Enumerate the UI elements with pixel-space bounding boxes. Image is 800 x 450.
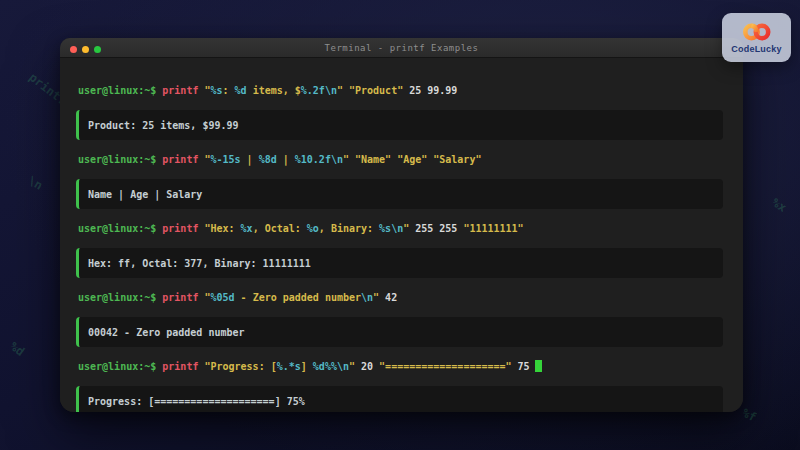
command-segment: user@linux:~$: [78, 361, 162, 372]
command-segment: %s: [210, 85, 222, 96]
command-segment: \n: [361, 292, 373, 303]
command-output: Product: 25 items, $99.99: [76, 110, 723, 140]
command-segment: %.*s: [277, 361, 301, 372]
command-output: Name | Age | Salary: [76, 179, 723, 209]
command-segment: 75: [512, 361, 530, 372]
command-segment: "Hex:: [204, 223, 240, 234]
command-segment: ": [373, 292, 385, 303]
command-line: user@linux:~$ printf "%05d - Zero padded…: [78, 291, 723, 304]
command-output: Hex: ff, Octal: 377, Binary: 11111111: [76, 248, 723, 278]
window-title: Terminal - printf Examples: [60, 43, 743, 53]
command-segment: %s: [379, 223, 391, 234]
command-segment: 42: [385, 292, 397, 303]
output-text: Hex: ff, Octal: 377, Binary: 11111111: [88, 258, 311, 269]
command-segment: %x: [241, 223, 253, 234]
command-line: user@linux:~$ printf "Hex: %x, Octal: %o…: [78, 222, 723, 235]
command-output: 00042 - Zero padded number: [76, 317, 723, 347]
command-segment: \n: [331, 154, 343, 165]
command-segment: " "Name" "Age" "Salary": [343, 154, 481, 165]
command-segment: user@linux:~$: [78, 223, 162, 234]
command-segment: 20: [361, 361, 379, 372]
command-segment: , Octal:: [253, 223, 307, 234]
command-segment: ": [349, 361, 361, 372]
command-segment: user@linux:~$: [78, 85, 162, 96]
command-segment: |: [277, 154, 295, 165]
command-segment: ": [403, 223, 415, 234]
command-segment: printf: [162, 154, 204, 165]
terminal-window: Terminal - printf Examples user@linux:~$…: [60, 38, 743, 412]
command-segment: |: [241, 154, 259, 165]
command-segment: %05d: [210, 292, 234, 303]
codelucky-logo: [739, 22, 775, 42]
command-segment: - Zero padded number: [235, 292, 361, 303]
codelucky-label: CodeLucky: [731, 44, 781, 54]
command-segment: \n: [337, 361, 349, 372]
command-segment: \n: [391, 223, 403, 234]
output-text: Progress: [====================] 75%: [88, 396, 305, 407]
command-line: user@linux:~$ printf "Progress: [%.*s] %…: [78, 360, 723, 373]
watermark-text: %d: [7, 339, 27, 359]
command-output: Progress: [====================] 75%: [76, 386, 723, 412]
terminal-cursor: [535, 360, 542, 372]
command-segment: ]: [301, 361, 313, 372]
command-segment: 255 255: [415, 223, 463, 234]
command-segment: "====================": [379, 361, 511, 372]
command-segment: %d%%: [313, 361, 337, 372]
command-segment: user@linux:~$: [78, 292, 162, 303]
command-segment: items, $: [247, 85, 301, 96]
watermark-text: %x: [769, 195, 789, 215]
command-line: user@linux:~$ printf "%-15s | %8d | %10.…: [78, 153, 723, 166]
command-segment: %o: [307, 223, 319, 234]
command-segment: printf: [162, 85, 204, 96]
watermark-text: \n: [25, 173, 45, 192]
command-segment: %10.2f: [295, 154, 331, 165]
output-text: 00042 - Zero padded number: [88, 327, 245, 338]
command-segment: printf: [162, 223, 204, 234]
command-segment: "Progress: [: [204, 361, 276, 372]
command-segment: \n: [325, 85, 337, 96]
command-segment: " "Product": [337, 85, 409, 96]
terminal-body[interactable]: user@linux:~$ printf "%s: %d items, $%.2…: [60, 58, 743, 412]
output-text: Name | Age | Salary: [88, 189, 202, 200]
output-text: Product: 25 items, $99.99: [88, 120, 239, 131]
command-segment: :: [223, 85, 235, 96]
desktop-background: printf\n%d%x%f Terminal - printf Example…: [0, 0, 800, 450]
command-segment: %-15s: [210, 154, 240, 165]
command-segment: "11111111": [463, 223, 523, 234]
command-segment: , Binary:: [319, 223, 379, 234]
command-segment: %d: [235, 85, 247, 96]
command-segment: printf: [162, 292, 204, 303]
command-line: user@linux:~$ printf "%s: %d items, $%.2…: [78, 84, 723, 97]
command-segment: %8d: [259, 154, 277, 165]
command-segment: %.2f: [301, 85, 325, 96]
codelucky-badge: CodeLucky: [722, 13, 791, 62]
command-segment: user@linux:~$: [78, 154, 162, 165]
command-segment: 25 99.99: [409, 85, 457, 96]
watermark-text: %f: [740, 405, 759, 424]
command-segment: printf: [162, 361, 204, 372]
terminal-titlebar[interactable]: Terminal - printf Examples: [60, 38, 743, 58]
